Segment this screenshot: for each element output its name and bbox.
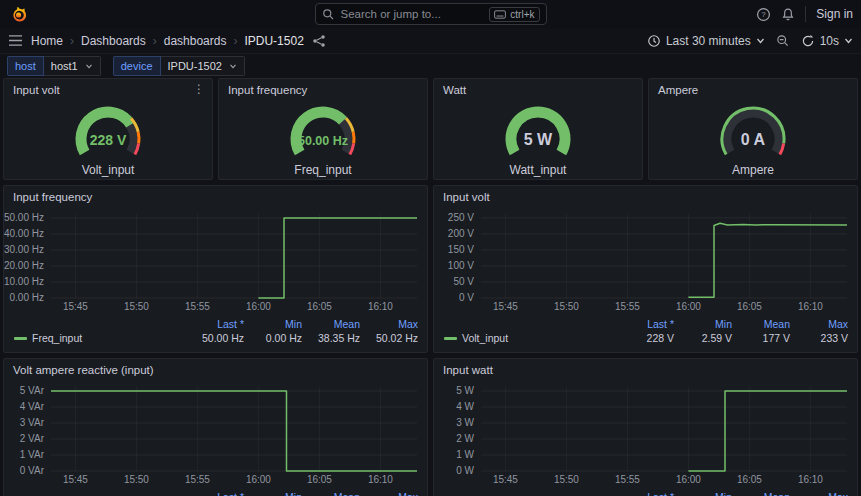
variable-device-label: device xyxy=(113,56,161,76)
svg-text:2 VAr: 2 VAr xyxy=(20,433,45,444)
series-color-swatch xyxy=(14,337,27,340)
panel-title[interactable]: Watt xyxy=(443,84,466,96)
panel-title[interactable]: Input frequency xyxy=(228,84,307,96)
panel-title[interactable]: Input volt xyxy=(13,84,60,96)
stat-mean: 38.35 Hz xyxy=(302,332,360,344)
gauge-arc: 50.00 Hz xyxy=(248,104,398,164)
svg-text:10.00 Hz: 10.00 Hz xyxy=(4,276,44,287)
svg-text:16:10: 16:10 xyxy=(798,474,823,485)
svg-text:228 V: 228 V xyxy=(90,132,127,148)
legend-series-toggle[interactable]: Freq_input xyxy=(14,332,186,344)
hamburger-icon xyxy=(8,34,23,47)
breadcrumb: Home › Dashboards › dashboards › IPDU-15… xyxy=(31,34,304,48)
legend-header-last[interactable]: Last * xyxy=(186,491,244,496)
legend-header-max[interactable]: Max xyxy=(790,318,848,330)
svg-text:15:45: 15:45 xyxy=(63,474,88,485)
gauge-arc: 5 W xyxy=(463,104,613,164)
panel-ampere-gauge: Ampere 0 A Ampere xyxy=(648,78,858,180)
svg-text:5 VAr: 5 VAr xyxy=(20,385,45,396)
help-button[interactable]: ? xyxy=(756,7,771,22)
legend-header-last[interactable]: Last * xyxy=(186,318,244,330)
legend: Last * Min Mean Max xyxy=(4,487,427,496)
breadcrumb-dashboards[interactable]: Dashboards xyxy=(81,34,146,48)
variable-device-dropdown[interactable]: IPDU-1502 xyxy=(161,56,245,76)
panel-title[interactable]: Volt ampere reactive (input) xyxy=(13,364,154,376)
stat-last: 228 V xyxy=(616,332,674,344)
legend-header-min[interactable]: Min xyxy=(674,318,732,330)
svg-text:30.00 Hz: 30.00 Hz xyxy=(4,244,44,255)
gauge-visualization: 50.00 Hz Freq_input xyxy=(219,101,427,179)
share-dashboard-button[interactable] xyxy=(312,34,326,48)
legend: Last * Min Mean Max Freq_input 50.00 Hz … xyxy=(4,314,427,345)
svg-text:50.00 Hz: 50.00 Hz xyxy=(4,212,44,223)
svg-text:0 W: 0 W xyxy=(456,465,474,476)
stat-max: 233 V xyxy=(790,332,848,344)
sign-in-link[interactable]: Sign in xyxy=(816,7,853,21)
time-range-label: Last 30 minutes xyxy=(666,34,751,48)
notifications-button[interactable] xyxy=(781,7,795,22)
topnav-divider xyxy=(805,6,806,22)
svg-text:2 W: 2 W xyxy=(456,433,474,444)
gauge-field-label: Ampere xyxy=(732,163,774,177)
mega-menu-button[interactable] xyxy=(8,34,23,47)
svg-text:16:00: 16:00 xyxy=(676,474,701,485)
legend-series-row: Volt_input 228 V 2.59 V 177 V 233 V xyxy=(444,331,848,345)
search-shortcut-label: ctrl+k xyxy=(510,9,534,20)
variable-host: host host1 xyxy=(7,56,101,76)
panel-menu-icon[interactable]: ⋮ xyxy=(193,82,205,96)
timeseries-chart: 15:4515:5015:5516:0016:0516:100 W1 W2 W3… xyxy=(434,381,857,487)
legend-header-max[interactable]: Max xyxy=(360,318,418,330)
zoom-out-button[interactable] xyxy=(776,34,790,48)
refresh-picker[interactable]: 10s xyxy=(801,34,853,48)
panel-title[interactable]: Ampere xyxy=(658,84,698,96)
gauge-field-label: Volt_input xyxy=(82,163,135,177)
panel-title[interactable]: Input frequency xyxy=(13,191,92,203)
svg-text:16:10: 16:10 xyxy=(368,474,393,485)
legend-header-row: Last * Min Mean Max xyxy=(444,317,848,331)
legend-header-mean[interactable]: Mean xyxy=(302,318,360,330)
legend-series-toggle[interactable]: Volt_input xyxy=(444,332,616,344)
svg-text:0 V: 0 V xyxy=(459,292,474,303)
legend-header-min[interactable]: Min xyxy=(674,491,732,496)
zoom-out-icon xyxy=(776,34,790,48)
breadcrumb-home[interactable]: Home xyxy=(31,34,63,48)
help-icon: ? xyxy=(756,7,771,22)
legend-series-row: Freq_input 50.00 Hz 0.00 Hz 38.35 Hz 50.… xyxy=(14,331,418,345)
svg-text:15:45: 15:45 xyxy=(63,301,88,312)
legend-header-mean[interactable]: Mean xyxy=(302,491,360,496)
template-variables: host host1 device IPDU-1502 xyxy=(0,56,861,76)
svg-text:20.00 Hz: 20.00 Hz xyxy=(4,260,44,271)
legend-header-min[interactable]: Min xyxy=(244,318,302,330)
time-range-picker[interactable]: Last 30 minutes xyxy=(647,34,765,48)
topnav-actions: ? Sign in xyxy=(756,6,853,22)
breadcrumb-separator: › xyxy=(153,34,157,48)
dashboard-grid: Input volt ⋮ 228 V Volt_input Input freq… xyxy=(0,78,861,496)
legend-header-min[interactable]: Min xyxy=(244,491,302,496)
legend-header-mean[interactable]: Mean xyxy=(732,491,790,496)
breadcrumb-separator: › xyxy=(233,34,237,48)
legend-header-last[interactable]: Last * xyxy=(616,491,674,496)
variable-host-dropdown[interactable]: host1 xyxy=(44,56,101,76)
svg-text:16:05: 16:05 xyxy=(307,301,332,312)
panel-input-frequency-gauge: Input frequency 50.00 Hz Freq_input xyxy=(218,78,428,180)
chart-row-2: Volt ampere reactive (input) 15:4515:501… xyxy=(3,358,858,496)
panel-title[interactable]: Input volt xyxy=(443,191,490,203)
legend-header-max[interactable]: Max xyxy=(360,491,418,496)
legend-header-last[interactable]: Last * xyxy=(616,318,674,330)
legend-header-mean[interactable]: Mean xyxy=(732,318,790,330)
legend-header-max[interactable]: Max xyxy=(790,491,848,496)
chevron-down-icon xyxy=(844,38,853,44)
svg-text:15:50: 15:50 xyxy=(124,474,149,485)
breadcrumb-folder[interactable]: dashboards xyxy=(164,34,227,48)
gauge-arc: 228 V xyxy=(33,104,183,164)
svg-text:16:10: 16:10 xyxy=(368,301,393,312)
search-input[interactable]: Search or jump to... ctrl+k xyxy=(315,3,547,25)
keyboard-icon xyxy=(494,10,506,19)
search-shortcut-chip: ctrl+k xyxy=(489,7,539,22)
legend: Last * Min Mean Max Volt_input 228 V 2.5… xyxy=(434,314,857,345)
svg-text:16:00: 16:00 xyxy=(246,301,271,312)
grafana-logo[interactable] xyxy=(8,4,28,24)
panel-title[interactable]: Input watt xyxy=(443,364,493,376)
panel-input-volt-series: Input volt 15:4515:5015:5516:0016:0516:1… xyxy=(433,185,858,353)
bell-icon xyxy=(781,7,795,22)
